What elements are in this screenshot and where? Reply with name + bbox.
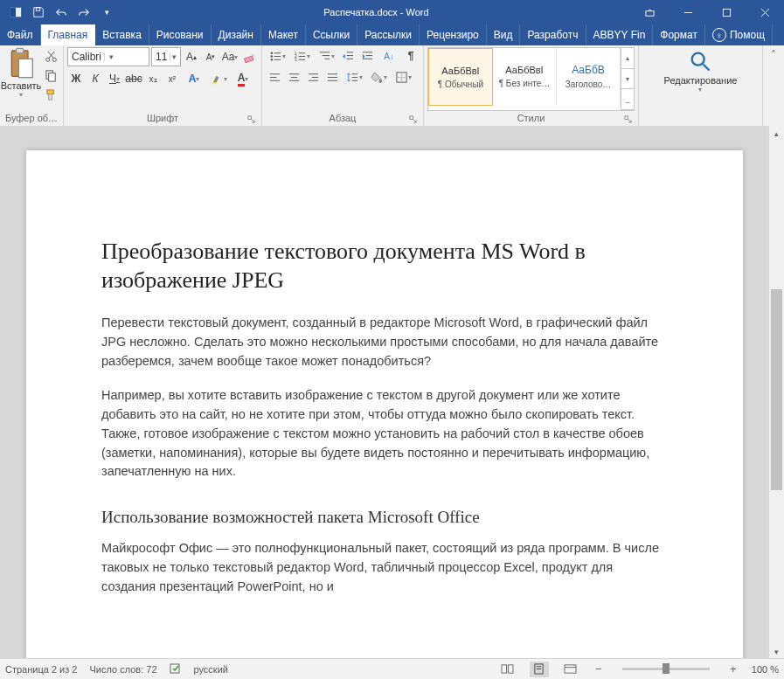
paste-button[interactable]: Вставить ▾ bbox=[3, 47, 38, 99]
tell-me[interactable]: ♀Помощ bbox=[705, 24, 773, 45]
font-launcher-icon[interactable] bbox=[246, 114, 256, 124]
undo-icon[interactable] bbox=[51, 2, 72, 23]
text-effects-icon[interactable]: A▾ bbox=[183, 70, 205, 87]
svg-rect-20 bbox=[212, 82, 217, 84]
cut-icon[interactable] bbox=[42, 47, 59, 65]
status-proofing-icon[interactable] bbox=[170, 662, 182, 676]
vertical-scrollbar[interactable]: ▴ ▾ bbox=[768, 126, 784, 659]
tab-view[interactable]: Вид bbox=[487, 24, 521, 45]
web-layout-icon[interactable] bbox=[561, 662, 580, 677]
change-case-icon[interactable]: Aa▾ bbox=[221, 48, 239, 66]
shrink-font-icon[interactable]: A▾ bbox=[202, 48, 219, 66]
format-painter-icon[interactable] bbox=[42, 86, 59, 103]
grow-font-icon[interactable]: A▴ bbox=[183, 48, 200, 66]
editing-button[interactable]: Редактирование ▾ bbox=[657, 47, 745, 95]
doc-paragraph[interactable]: Например, вы хотите вставить изображение… bbox=[101, 386, 668, 482]
zoom-thumb[interactable] bbox=[663, 663, 670, 674]
tab-design[interactable]: Дизайн bbox=[212, 24, 261, 45]
svg-rect-18 bbox=[48, 94, 52, 100]
align-left-icon[interactable] bbox=[266, 68, 283, 86]
styles-launcher-icon[interactable] bbox=[622, 114, 633, 124]
gallery-more-icon[interactable]: ⎯ bbox=[621, 89, 634, 110]
status-bar: Страница 2 из 2 Число слов: 72 русский −… bbox=[0, 658, 784, 679]
strike-icon[interactable]: abc bbox=[125, 70, 142, 87]
multilevel-icon[interactable]: ▾ bbox=[315, 47, 337, 65]
print-layout-icon[interactable] bbox=[530, 662, 549, 677]
tab-insert[interactable]: Вставка bbox=[95, 24, 149, 45]
maximize-icon[interactable] bbox=[707, 0, 746, 24]
zoom-in-icon[interactable]: + bbox=[727, 662, 739, 676]
font-color-icon[interactable]: A▾ bbox=[232, 70, 254, 87]
style-no-spacing[interactable]: АаБбВвI ¶ Без инте… bbox=[493, 48, 557, 104]
copy-icon[interactable] bbox=[42, 66, 59, 84]
status-language[interactable]: русский bbox=[194, 664, 228, 675]
increase-indent-icon[interactable] bbox=[358, 47, 376, 65]
close-icon[interactable] bbox=[746, 0, 784, 24]
gallery-down-icon[interactable]: ▾ bbox=[621, 69, 634, 90]
read-mode-icon[interactable] bbox=[498, 662, 517, 677]
tab-layout[interactable]: Макет bbox=[261, 24, 306, 45]
style-normal[interactable]: АаБбВвI ¶ Обычный bbox=[428, 48, 493, 106]
tab-draw[interactable]: Рисовани bbox=[149, 24, 212, 45]
font-size-combo[interactable]: 11▾ bbox=[151, 47, 181, 66]
superscript-icon[interactable]: x² bbox=[163, 70, 181, 87]
shading-icon[interactable]: ▾ bbox=[367, 68, 390, 86]
tab-file[interactable]: Файл bbox=[0, 24, 41, 45]
svg-rect-17 bbox=[46, 89, 53, 94]
qat-dropdown-icon[interactable]: ▾ bbox=[96, 2, 117, 23]
show-marks-icon[interactable]: ¶ bbox=[402, 47, 420, 65]
tab-developer[interactable]: Разработч bbox=[520, 24, 586, 45]
ribbon-options-icon[interactable] bbox=[630, 0, 669, 24]
tab-mailings[interactable]: Рассылки bbox=[357, 24, 420, 45]
editing-label: Редактирование bbox=[664, 75, 738, 86]
sort-icon[interactable]: A↓ bbox=[378, 47, 400, 65]
numbering-icon[interactable]: 123▾ bbox=[290, 47, 313, 65]
align-right-icon[interactable] bbox=[304, 68, 322, 86]
document-page[interactable]: Преобразование текстового документа MS W… bbox=[26, 150, 743, 659]
zoom-level[interactable]: 100 % bbox=[752, 664, 779, 675]
line-spacing-icon[interactable]: ▾ bbox=[343, 68, 365, 86]
ribbon-tabs: Файл Главная Вставка Рисовани Дизайн Мак… bbox=[0, 24, 784, 45]
underline-icon[interactable]: Ч▾ bbox=[106, 70, 123, 87]
scroll-thumb[interactable] bbox=[771, 289, 782, 490]
minimize-icon[interactable] bbox=[669, 0, 707, 24]
tab-home[interactable]: Главная bbox=[41, 24, 96, 45]
font-name-combo[interactable]: Calibri▾ bbox=[67, 47, 149, 66]
doc-paragraph[interactable]: Перевести текстовый документ, созданный … bbox=[101, 314, 668, 371]
bold-icon[interactable]: Ж bbox=[67, 70, 85, 87]
gallery-up-icon[interactable]: ▴ bbox=[621, 48, 634, 69]
tab-review[interactable]: Рецензиро bbox=[420, 24, 487, 45]
zoom-out-icon[interactable]: − bbox=[593, 662, 605, 676]
align-center-icon[interactable] bbox=[285, 68, 302, 86]
svg-rect-66 bbox=[502, 665, 507, 673]
paragraph-launcher-icon[interactable] bbox=[407, 114, 418, 124]
doc-heading-1[interactable]: Преобразование текстового документа MS W… bbox=[101, 238, 668, 294]
svg-rect-62 bbox=[624, 115, 628, 119]
status-word-count[interactable]: Число слов: 72 bbox=[89, 664, 156, 675]
subscript-icon[interactable]: x₂ bbox=[144, 70, 162, 87]
word-app-icon[interactable] bbox=[5, 2, 26, 23]
highlight-icon[interactable]: ▾ bbox=[207, 70, 230, 87]
document-area[interactable]: Преобразование текстового документа MS W… bbox=[0, 126, 769, 659]
style-heading1[interactable]: АаБбВ Заголово… bbox=[557, 48, 621, 104]
tab-references[interactable]: Ссылки bbox=[306, 24, 357, 45]
collapse-ribbon-icon[interactable]: ˄ bbox=[763, 45, 784, 126]
borders-icon[interactable]: ▾ bbox=[392, 68, 414, 86]
status-page[interactable]: Страница 2 из 2 bbox=[5, 664, 77, 675]
zoom-slider[interactable] bbox=[622, 668, 710, 670]
decrease-indent-icon[interactable] bbox=[339, 47, 357, 65]
doc-heading-2[interactable]: Использование возможностей пакета Micros… bbox=[101, 508, 668, 527]
justify-icon[interactable] bbox=[323, 68, 341, 86]
svg-text:3: 3 bbox=[294, 58, 296, 62]
bullets-icon[interactable]: ▾ bbox=[266, 47, 288, 65]
clear-format-icon[interactable] bbox=[240, 48, 258, 66]
tab-abbyy[interactable]: ABBYY Fin bbox=[586, 24, 654, 45]
save-icon[interactable] bbox=[28, 2, 49, 23]
tab-format[interactable]: Формат bbox=[653, 24, 705, 45]
scroll-up-icon[interactable]: ▴ bbox=[769, 126, 784, 141]
doc-paragraph[interactable]: Майкрософт Офис — это полнофункциональны… bbox=[101, 539, 668, 596]
document-title: Распечатка.docx - Word bbox=[122, 7, 630, 17]
scroll-down-icon[interactable]: ▾ bbox=[769, 644, 784, 659]
italic-icon[interactable]: К bbox=[87, 70, 104, 87]
redo-icon[interactable] bbox=[73, 2, 94, 23]
